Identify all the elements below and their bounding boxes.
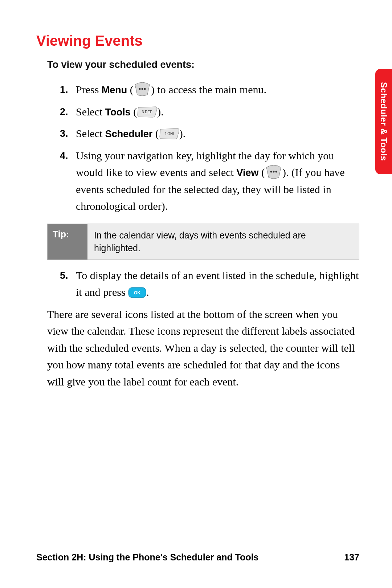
subheading: To view your scheduled events: xyxy=(47,59,359,70)
key-3-icon: 3 DEF xyxy=(137,106,157,117)
step-body: Select Tools ( 3 DEF ). xyxy=(76,103,359,121)
step-number: 3. xyxy=(60,125,76,142)
svg-point-0 xyxy=(139,88,140,90)
step-number: 4. xyxy=(60,147,76,164)
svg-point-1 xyxy=(141,88,143,90)
svg-point-7 xyxy=(275,171,277,173)
svg-text:3 DEF: 3 DEF xyxy=(142,110,152,114)
step-number: 1. xyxy=(60,81,76,98)
steps-list-cont: 5. To display the details of an event li… xyxy=(60,267,359,301)
svg-point-6 xyxy=(273,171,274,173)
step-1: 1. Press Menu ( ) to access the main men… xyxy=(60,81,359,98)
svg-text:OK: OK xyxy=(134,290,140,295)
footer-page-number: 137 xyxy=(344,552,359,563)
step-number: 2. xyxy=(60,103,76,120)
svg-point-5 xyxy=(270,171,272,173)
page-heading: Viewing Events xyxy=(36,33,359,49)
softkey-dots-icon xyxy=(265,164,282,179)
section-tab-label: Scheduler & Tools xyxy=(379,82,389,161)
step-body: Press Menu ( ) to access the main menu. xyxy=(76,81,359,98)
tip-label: Tip: xyxy=(48,224,87,260)
svg-point-2 xyxy=(144,88,146,90)
step-body: Select Scheduler ( 4 GHI ). xyxy=(76,125,359,142)
steps-list: 1. Press Menu ( ) to access the main men… xyxy=(60,81,359,215)
step-5: 5. To display the details of an event li… xyxy=(60,267,359,301)
tip-callout: Tip: In the calendar view, days with eve… xyxy=(47,224,359,260)
manual-page: Scheduler & Tools Viewing Events To view… xyxy=(0,0,392,588)
step-number: 5. xyxy=(60,267,76,283)
step-4: 4. Using your navigation key, highlight … xyxy=(60,147,359,215)
footer-section-title: Section 2H: Using the Phone's Scheduler … xyxy=(36,552,259,563)
softkey-dots-icon xyxy=(134,82,151,96)
body-paragraph: There are several icons listed at the bo… xyxy=(47,306,359,391)
ok-button-icon: OK xyxy=(128,286,146,297)
step-body: Using your navigation key, highlight the… xyxy=(76,147,359,215)
svg-text:4 GHI: 4 GHI xyxy=(164,132,174,136)
key-4-icon: 4 GHI xyxy=(159,127,179,139)
step-3: 3. Select Scheduler ( 4 GHI ). xyxy=(60,125,359,142)
step-body: To display the details of an event liste… xyxy=(76,267,359,301)
page-footer: Section 2H: Using the Phone's Scheduler … xyxy=(36,552,359,563)
section-tab: Scheduler & Tools xyxy=(375,69,392,174)
step-2: 2. Select Tools ( 3 DEF ). xyxy=(60,103,359,121)
tip-text: In the calendar view, days with events s… xyxy=(87,224,359,260)
